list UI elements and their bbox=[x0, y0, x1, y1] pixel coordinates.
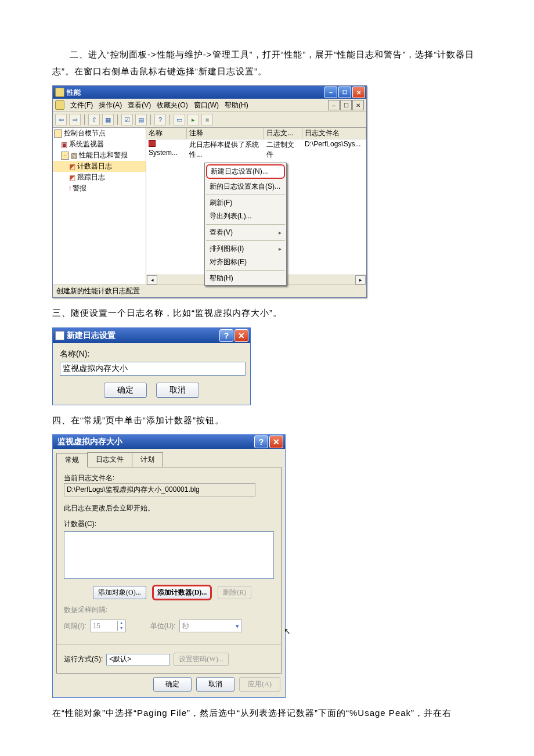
scroll-left-icon[interactable]: ◂ bbox=[147, 275, 157, 285]
window-title: 性能 bbox=[67, 88, 324, 98]
maximize-button[interactable] bbox=[338, 87, 351, 98]
list-row[interactable]: System... 此日志样本提供了系统性... 二进制文件 D:\PerfLo… bbox=[146, 139, 366, 160]
tree-panel: 控制台根节点 ▣ 系统监视器 ▧ 性能日志和警报 ◩ 计数器日志 ◩ 跟踪 bbox=[53, 128, 146, 285]
toolbar: ⇦ ⇨ ⇧ ▦ ☑ ▤ ? ▭ ▸ ■ bbox=[53, 112, 366, 128]
mdi-min[interactable]: – bbox=[328, 100, 340, 110]
col-name[interactable]: 名称 bbox=[146, 128, 187, 139]
col-note[interactable]: 注释 bbox=[187, 128, 264, 139]
ctx-arrange[interactable]: 排列图标(I) bbox=[205, 242, 286, 255]
toolbar-help-icon[interactable]: ? bbox=[154, 114, 166, 125]
menu-file[interactable]: 文件(F) bbox=[70, 100, 93, 110]
clipboard-icon: ▧ bbox=[71, 152, 77, 160]
new-log-dialog: 新建日志设置 ? ✕ 名称(N): 确定 取消 bbox=[52, 327, 251, 405]
paragraph-step2: 二、进入“控制面板->性能与维护->管理工具”，打开“性能”，展开“性能日志和警… bbox=[52, 46, 482, 80]
toolbar-up-icon[interactable]: ⇧ bbox=[88, 114, 100, 125]
context-menu: 新建日志设置(N)... 新的日志设置来自(S)... 刷新(F) 导出列表(L… bbox=[204, 163, 287, 286]
alert-icon: ! bbox=[69, 185, 71, 193]
spin-up-icon[interactable]: ▲ bbox=[117, 621, 125, 626]
tree-tracelog[interactable]: ◩ 跟踪日志 bbox=[53, 172, 146, 183]
item-icon bbox=[149, 140, 156, 147]
close-button[interactable] bbox=[352, 87, 365, 98]
minimize-button[interactable] bbox=[324, 87, 337, 98]
ctx-view[interactable]: 查看(V) bbox=[205, 226, 286, 239]
menu-view[interactable]: 查看(V) bbox=[128, 100, 151, 110]
name-label: 名称(N): bbox=[60, 349, 243, 359]
dialog-titlebar[interactable]: 监视虚拟内存大小 ? ✕ bbox=[53, 435, 285, 449]
cursor-icon: ↖ bbox=[284, 627, 291, 636]
tab-logfile[interactable]: 日志文件 bbox=[87, 452, 132, 467]
menu-favorites[interactable]: 收藏夹(O) bbox=[157, 100, 187, 110]
apply-button: 应用(A) bbox=[239, 677, 280, 692]
col-type[interactable]: 日志文... bbox=[264, 128, 302, 139]
mdi-close[interactable]: ✕ bbox=[352, 100, 364, 110]
menu-action[interactable]: 操作(A) bbox=[99, 100, 122, 110]
list-header: 名称 注释 日志文... 日志文件名 bbox=[146, 128, 366, 139]
folder-icon bbox=[54, 129, 62, 138]
tree-root[interactable]: 控制台根节点 bbox=[53, 128, 146, 139]
close-button[interactable]: ✕ bbox=[234, 329, 248, 342]
toolbar-export-icon[interactable]: ▤ bbox=[135, 114, 147, 125]
set-password-button: 设置密码(W)... bbox=[174, 653, 228, 666]
runas-label: 运行方式(S): bbox=[64, 654, 103, 664]
toolbar-back-icon[interactable]: ⇦ bbox=[55, 114, 67, 125]
tree-counterlog[interactable]: ◩ 计数器日志 bbox=[53, 161, 146, 172]
toolbar-refresh-icon[interactable]: ☑ bbox=[121, 114, 133, 125]
menu-window[interactable]: 窗口(W) bbox=[194, 100, 219, 110]
ok-button[interactable]: 确定 bbox=[104, 383, 147, 398]
counters-listbox[interactable] bbox=[64, 531, 274, 579]
paragraph-step4: 四、在“常规”页中单击“添加计数器”按钮。 bbox=[52, 412, 482, 429]
expand-icon[interactable] bbox=[61, 152, 69, 160]
tab-general[interactable]: 常规 bbox=[56, 453, 88, 467]
toolbar-play-icon[interactable]: ▸ bbox=[187, 114, 199, 125]
tab-strip: 常规 日志文件 计划 bbox=[53, 449, 285, 467]
col-file[interactable]: 日志文件名 bbox=[302, 128, 366, 139]
add-object-button[interactable]: 添加对象(O)... bbox=[93, 586, 146, 599]
menu-bar: 文件(F) 操作(A) 查看(V) 收藏夹(O) 窗口(W) 帮助(H) – ☐… bbox=[53, 99, 366, 112]
unit-select[interactable]: 秒 ▼ bbox=[179, 620, 242, 632]
help-button[interactable]: ? bbox=[219, 329, 233, 342]
tree-alert[interactable]: ! 警报 bbox=[53, 183, 146, 194]
help-button[interactable]: ? bbox=[254, 435, 268, 448]
mdi-restore[interactable]: ☐ bbox=[340, 100, 352, 110]
mmc-icon bbox=[55, 100, 64, 110]
tree-sysmon[interactable]: ▣ 系统监视器 bbox=[53, 139, 146, 150]
toolbar-fwd-icon[interactable]: ⇨ bbox=[69, 114, 81, 125]
unit-label: 单位(U): bbox=[150, 621, 176, 631]
ok-button[interactable]: 确定 bbox=[153, 677, 192, 692]
ctx-export[interactable]: 导出列表(L)... bbox=[205, 210, 286, 223]
name-input[interactable] bbox=[60, 362, 246, 376]
current-file-label: 当前日志文件名: bbox=[64, 473, 274, 483]
log-icon: ◩ bbox=[69, 174, 75, 182]
scroll-right-icon[interactable]: ▸ bbox=[355, 275, 366, 285]
ctx-new-log[interactable]: 新建日志设置(N)... bbox=[206, 164, 285, 179]
add-counter-button[interactable]: 添加计数器(D)... bbox=[152, 585, 212, 600]
cancel-button[interactable]: 取消 bbox=[156, 383, 199, 398]
runas-input[interactable]: <默认> bbox=[106, 654, 170, 665]
ctx-align[interactable]: 对齐图标(E) bbox=[205, 255, 286, 269]
window-titlebar[interactable]: 性能 bbox=[53, 86, 366, 99]
list-panel: 名称 注释 日志文... 日志文件名 System... 此日志样本提供了系统性… bbox=[146, 128, 366, 285]
dialog-title: 新建日志设置 bbox=[67, 330, 219, 341]
interval-spinner[interactable]: 15 ▲▼ bbox=[90, 620, 126, 632]
toolbar-props-icon[interactable]: ▦ bbox=[102, 114, 114, 125]
ctx-new-from[interactable]: 新的日志设置来自(S)... bbox=[205, 180, 286, 193]
remove-button: 删除(R) bbox=[218, 586, 251, 599]
log-properties-dialog: 监视虚拟内存大小 ? ✕ 常规 日志文件 计划 当前日志文件名: D:\Perf… bbox=[52, 434, 286, 698]
current-file-value: D:\PerfLogs\监视虚拟内存大小_000001.blg bbox=[64, 483, 255, 496]
toolbar-stop-icon[interactable]: ■ bbox=[201, 114, 213, 125]
tab-schedule[interactable]: 计划 bbox=[132, 452, 163, 467]
menu-help[interactable]: 帮助(H) bbox=[225, 100, 248, 110]
close-button[interactable]: ✕ bbox=[269, 435, 283, 448]
interval-label: 间隔(I): bbox=[64, 621, 86, 631]
dialog-titlebar[interactable]: 新建日志设置 ? ✕ bbox=[53, 328, 250, 343]
toolbar-new-icon[interactable]: ▭ bbox=[174, 114, 185, 125]
tree-perflogs[interactable]: ▧ 性能日志和警报 bbox=[53, 150, 146, 161]
spin-down-icon[interactable]: ▼ bbox=[117, 626, 125, 631]
ctx-refresh[interactable]: 刷新(F) bbox=[205, 196, 286, 210]
ctx-help[interactable]: 帮助(H) bbox=[205, 272, 286, 285]
start-note: 此日志在更改后会立即开始。 bbox=[64, 503, 274, 513]
dialog-icon bbox=[55, 331, 64, 340]
dropdown-icon: ▼ bbox=[234, 623, 240, 629]
cancel-button[interactable]: 取消 bbox=[196, 677, 234, 692]
app-icon bbox=[55, 88, 64, 97]
